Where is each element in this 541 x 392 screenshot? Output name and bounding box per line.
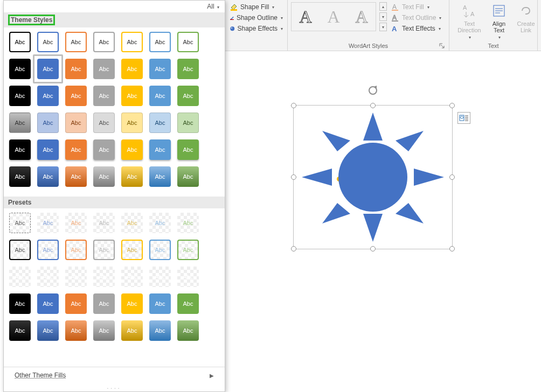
other-theme-fills-menu[interactable]: Other Theme Fills ▶ <box>4 367 225 383</box>
style-swatch[interactable]: Abc <box>9 139 31 160</box>
resize-handle-tm[interactable] <box>370 103 376 108</box>
resize-handle-bl[interactable] <box>291 246 296 251</box>
resize-handle-tr[interactable] <box>449 103 455 108</box>
style-swatch[interactable]: Abc <box>65 240 87 260</box>
style-swatch[interactable]: Abc <box>37 240 59 260</box>
shape-outline-button[interactable]: Shape Outline ▾ <box>228 13 284 23</box>
expand-gallery-icon[interactable]: ▾ <box>379 23 387 31</box>
style-swatch[interactable]: Abc <box>65 32 87 52</box>
style-swatch[interactable]: Abc <box>9 320 31 341</box>
style-swatch[interactable]: Abc <box>37 113 59 133</box>
wordart-item[interactable]: A <box>349 4 374 30</box>
style-swatch[interactable]: Abc <box>177 59 199 79</box>
style-swatch[interactable]: Abc <box>177 32 199 52</box>
style-swatch[interactable]: Abc <box>9 213 31 233</box>
style-swatch-selected[interactable]: Abc <box>37 59 59 79</box>
style-swatch[interactable]: Abc <box>177 240 199 260</box>
style-swatch[interactable]: Abc <box>121 213 143 233</box>
style-swatch[interactable]: Abc <box>177 213 199 233</box>
style-swatch[interactable]: Abc <box>65 139 87 160</box>
style-swatch[interactable]: Abc <box>93 86 115 106</box>
wordart-item[interactable]: A <box>293 4 318 30</box>
resize-handle-br[interactable] <box>449 246 455 251</box>
style-swatch[interactable]: Abc <box>37 213 59 233</box>
wordart-gallery-more[interactable]: ▴ ▾ ▾ <box>379 2 388 31</box>
style-swatch[interactable]: Abc <box>121 59 143 79</box>
wordart-gallery[interactable]: A A A <box>291 2 376 31</box>
style-swatch[interactable]: Abc <box>65 320 87 341</box>
style-filter-dropdown[interactable]: All ▾ <box>207 3 219 10</box>
resize-handle-ml[interactable] <box>291 174 296 180</box>
shape-effects-button[interactable]: Shape Effects ▾ <box>228 24 284 33</box>
align-text-button[interactable]: Align Text▾ <box>486 1 512 38</box>
style-swatch[interactable]: Abc <box>149 320 171 341</box>
style-swatch[interactable]: Abc <box>121 166 143 187</box>
style-swatch[interactable]: Abc <box>9 267 31 287</box>
shape-fill-button[interactable]: Shape Fill ▾ <box>228 2 284 12</box>
style-swatch[interactable]: Abc <box>37 32 59 52</box>
style-swatch[interactable]: Abc <box>93 32 115 52</box>
style-swatch[interactable]: Abc <box>93 166 115 187</box>
text-direction-button[interactable]: AA Text Direction▾ <box>453 1 486 38</box>
create-link-button[interactable]: Create Link <box>512 1 540 38</box>
style-swatch[interactable]: Abc <box>149 240 171 260</box>
rotate-handle[interactable] <box>367 85 378 96</box>
style-swatch[interactable]: Abc <box>9 293 31 314</box>
style-swatch[interactable]: Abc <box>9 240 31 260</box>
style-swatch[interactable]: Abc <box>149 293 171 314</box>
style-swatch[interactable]: Abc <box>65 113 87 133</box>
document-canvas[interactable] <box>225 51 541 392</box>
resize-handle-tl[interactable] <box>291 103 296 108</box>
style-swatch[interactable]: Abc <box>149 166 171 187</box>
text-effects-button[interactable]: A Text Effects ▾ <box>390 24 442 33</box>
style-swatch[interactable]: Abc <box>37 86 59 106</box>
shape-selection-bounds[interactable] <box>293 105 453 249</box>
style-swatch[interactable]: Abc <box>177 267 199 287</box>
resize-grip[interactable]: .... <box>4 383 225 391</box>
style-swatch[interactable]: Abc <box>65 166 87 187</box>
style-swatch[interactable]: Abc <box>121 113 143 133</box>
style-swatch[interactable]: Abc <box>149 32 171 52</box>
style-swatch[interactable]: Abc <box>121 293 143 314</box>
style-swatch[interactable]: Abc <box>177 139 199 160</box>
style-swatch[interactable]: Abc <box>9 113 31 133</box>
resize-handle-bm[interactable] <box>370 246 376 251</box>
text-outline-button[interactable]: A Text Outline ▾ <box>390 13 442 23</box>
style-swatch[interactable]: Abc <box>121 267 143 287</box>
style-swatch[interactable]: Abc <box>177 293 199 314</box>
style-swatch[interactable]: Abc <box>37 293 59 314</box>
style-swatch[interactable]: Abc <box>149 86 171 106</box>
style-swatch[interactable]: Abc <box>65 59 87 79</box>
style-swatch[interactable]: Abc <box>177 320 199 341</box>
wordart-item[interactable]: A <box>321 4 346 30</box>
style-swatch[interactable]: Abc <box>121 86 143 106</box>
style-swatch[interactable]: Abc <box>37 166 59 187</box>
style-swatch[interactable]: Abc <box>177 166 199 187</box>
style-swatch[interactable]: Abc <box>93 267 115 287</box>
style-swatch[interactable]: Abc <box>149 213 171 233</box>
dialog-launcher-icon[interactable] <box>438 42 446 50</box>
style-swatch[interactable]: Abc <box>149 139 171 160</box>
style-swatch[interactable]: Abc <box>37 320 59 341</box>
style-swatch[interactable]: Abc <box>93 139 115 160</box>
scroll-up-icon[interactable]: ▴ <box>379 2 387 11</box>
text-fill-button[interactable]: A Text Fill ▾ <box>390 2 442 12</box>
style-swatch[interactable]: Abc <box>9 32 31 52</box>
style-swatch[interactable]: Abc <box>177 86 199 106</box>
style-swatch[interactable]: Abc <box>121 139 143 160</box>
style-swatch[interactable]: Abc <box>37 267 59 287</box>
style-swatch[interactable]: Abc <box>121 32 143 52</box>
scroll-down-icon[interactable]: ▾ <box>379 12 387 21</box>
style-swatch[interactable]: Abc <box>65 293 87 314</box>
sun-shape[interactable] <box>297 109 448 245</box>
resize-handle-mr[interactable] <box>449 174 455 180</box>
style-swatch[interactable]: Abc <box>149 113 171 133</box>
style-swatch[interactable]: Abc <box>93 59 115 79</box>
style-swatch[interactable]: Abc <box>37 139 59 160</box>
style-swatch[interactable]: Abc <box>149 59 171 79</box>
style-swatch[interactable]: Abc <box>65 86 87 106</box>
style-swatch[interactable]: Abc <box>121 240 143 260</box>
style-swatch[interactable]: Abc <box>93 293 115 314</box>
style-swatch[interactable]: Abc <box>93 113 115 133</box>
style-swatch[interactable]: Abc <box>9 86 31 106</box>
